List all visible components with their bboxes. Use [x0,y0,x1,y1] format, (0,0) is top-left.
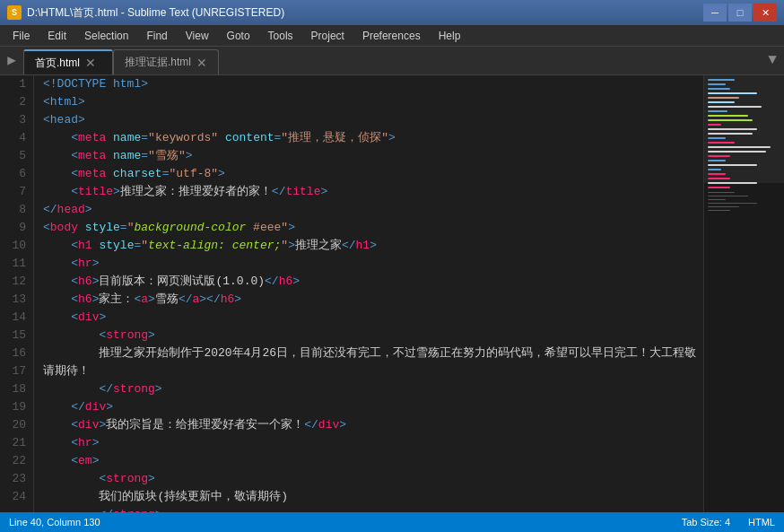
svg-rect-3 [708,83,726,85]
title-bar: S D:\HTML\首页.html - Sublime Text (UNREGI… [0,0,784,25]
tab-size[interactable]: Tab Size: 4 [682,517,730,528]
menu-help[interactable]: Help [430,25,470,46]
tab-left-arrow[interactable]: ▶ [0,46,23,74]
close-button[interactable]: ✕ [754,4,777,22]
svg-rect-14 [708,133,753,135]
svg-rect-6 [708,97,739,99]
svg-rect-19 [708,155,730,157]
app-icon: S [7,5,22,20]
minimize-button[interactable]: ─ [703,4,727,22]
svg-rect-24 [708,178,730,179]
svg-rect-27 [708,192,735,193]
menu-edit[interactable]: Edit [39,25,75,46]
code-line-17: </strong> [43,380,703,398]
svg-rect-31 [708,206,739,207]
code-line-8: </head> [43,201,703,219]
code-line-4: <meta name="keywords" content="推理，悬疑，侦探"… [43,129,703,147]
editor: 1 2 3 4 5 6 7 8 9 10 11 12 13 14 15 16 1… [0,75,784,512]
tab-index-html[interactable]: 首页.html ✕ [23,49,113,74]
code-line-6: <meta charset="utf-8"> [43,165,703,183]
code-line-11: <hr> [43,255,703,273]
svg-rect-20 [708,160,726,161]
menu-tools[interactable]: Tools [259,25,302,46]
menu-file[interactable]: File [4,25,39,46]
svg-rect-8 [708,106,762,108]
code-line-12: <h6>目前版本：网页测试版(1.0.0)</h6> [43,273,703,291]
window-controls: ─ □ ✕ [703,4,777,22]
code-line-7: <title>推理之家：推理爱好者的家！</title> [43,183,703,201]
svg-rect-30 [708,203,757,204]
svg-rect-2 [708,79,735,81]
code-line-22: <strong> [43,470,703,488]
code-line-13: <h6>家主：<a>雪殇</a></h6> [43,291,703,309]
svg-rect-5 [708,92,757,94]
code-area[interactable]: <!DOCTYPE html> <html> <head> <meta name… [34,75,703,512]
maximize-button[interactable]: □ [728,4,752,22]
svg-rect-22 [708,169,721,170]
svg-rect-4 [708,88,730,90]
svg-rect-23 [708,173,726,175]
tab-evidence-html[interactable]: 推理证据.html ✕ [113,49,219,74]
svg-rect-25 [708,182,757,184]
svg-rect-11 [708,119,753,121]
code-line-21: <em> [43,452,703,470]
svg-rect-26 [708,187,730,188]
menu-preferences[interactable]: Preferences [353,25,430,46]
menu-view[interactable]: View [177,25,218,46]
menu-bar: File Edit Selection Find View Goto Tools… [0,25,784,47]
menu-project[interactable]: Project [302,25,353,46]
tab-label-index: 首页.html [35,56,80,71]
menu-goto[interactable]: Goto [218,25,259,46]
svg-rect-10 [708,115,748,117]
status-right: Tab Size: 4 HTML [682,517,775,528]
tab-close-evidence[interactable]: ✕ [196,57,207,69]
svg-rect-7 [708,101,735,103]
code-line-1: <!DOCTYPE html> [43,75,703,93]
code-line-23: 我们的版块(持续更新中，敬请期待) [43,488,703,506]
code-line-10: <h1 style="text-align: center;">推理之家</h1… [43,237,703,255]
code-line-15: <strong> [43,327,703,344]
svg-rect-21 [708,164,757,166]
menu-selection[interactable]: Selection [75,25,137,46]
code-line-3: <head> [43,111,703,129]
code-line-2: <html> [43,93,703,111]
tab-right-arrow[interactable]: ▼ [761,46,784,74]
syntax-label[interactable]: HTML [748,517,775,528]
status-bar: Line 40, Column 130 Tab Size: 4 HTML [0,512,784,532]
svg-rect-17 [708,146,771,148]
code-line-20: <hr> [43,434,703,452]
svg-rect-13 [708,128,757,130]
code-line-9: <body style="background-color #eee"> [43,219,703,237]
svg-rect-9 [708,110,727,112]
tab-label-evidence: 推理证据.html [125,55,191,70]
svg-rect-28 [708,196,748,196]
code-line-19: <div>我的宗旨是：给推理爱好者安一个家！</div> [43,416,703,434]
code-line-24: </strong> [43,506,703,512]
tab-close-index[interactable]: ✕ [85,57,96,69]
code-line-14: <div> [43,309,703,327]
svg-rect-29 [708,199,726,200]
svg-rect-18 [708,151,766,153]
svg-rect-16 [708,142,735,144]
menu-find[interactable]: Find [137,25,176,46]
code-line-5: <meta name="雪殇"> [43,147,703,165]
window-title: D:\HTML\首页.html - Sublime Text (UNREGIST… [27,5,703,21]
svg-rect-32 [708,210,730,211]
cursor-position: Line 40, Column 130 [9,517,682,528]
minimap[interactable] [703,75,784,512]
code-line-18: </div> [43,398,703,416]
tab-bar: ▶ 首页.html ✕ 推理证据.html ✕ ▼ [0,47,784,75]
code-line-16: 推理之家开始制作于2020年4月26日，目前还没有完工，不过雪殇正在努力的码代码… [43,344,703,380]
minimap-svg [704,75,784,512]
svg-rect-12 [708,124,721,126]
line-numbers: 1 2 3 4 5 6 7 8 9 10 11 12 13 14 15 16 1… [0,75,34,512]
svg-rect-15 [708,137,726,139]
